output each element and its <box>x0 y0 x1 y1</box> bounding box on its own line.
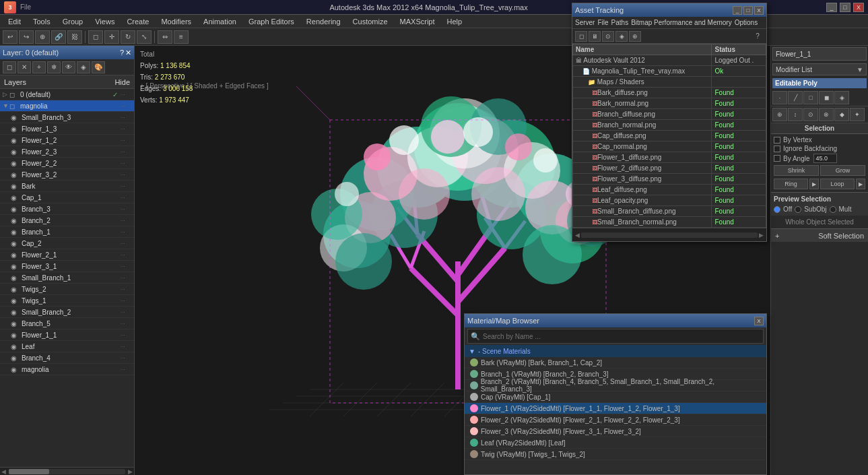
layer-item[interactable]: ◉ Cap_2 ··· <box>0 238 134 249</box>
asset-row[interactable]: 🖼Bark_diffuse.pngFound <box>573 88 766 98</box>
asset-tool-5[interactable]: ⊕ <box>629 31 641 42</box>
asset-row-vault[interactable]: 🏛 Autodesk Vault 2012 Logged Out . <box>573 55 766 66</box>
layer-item[interactable]: ◉ Branch_3 ··· <box>0 203 134 215</box>
layer-item[interactable]: ◉ Flower_3_1 ··· <box>0 261 134 272</box>
minimize-button[interactable]: _ <box>826 3 837 12</box>
close-button[interactable]: X <box>853 3 864 12</box>
menu-help[interactable]: Help <box>442 16 468 27</box>
prop-icon-4[interactable]: ⊗ <box>819 108 834 121</box>
layer-item[interactable]: ◉ Flower_2_2 ··· <box>0 158 134 169</box>
unlink-button[interactable]: ⛓ <box>67 30 82 44</box>
layer-item[interactable]: ◉ Flower_3_2 ··· <box>0 169 134 181</box>
asset-nav-arrow-right[interactable]: ▶ <box>759 232 764 239</box>
layer-item[interactable]: ◉ Leaf ··· <box>0 341 134 352</box>
layer-tool-select[interactable]: ◻ <box>3 61 16 73</box>
grow-button[interactable]: Grow <box>820 165 865 176</box>
layer-item[interactable]: ◉ Flower_2_1 ··· <box>0 249 134 261</box>
ignore-backfacing-checkbox[interactable] <box>774 146 780 152</box>
layer-item[interactable]: ◉ Small_Branch_1 ··· <box>0 272 134 284</box>
undo-button[interactable]: ↩ <box>3 30 18 44</box>
radio-off[interactable] <box>774 206 780 213</box>
layer-item[interactable]: ◉ Branch_5 ··· <box>0 318 134 329</box>
material-search-bar[interactable]: 🔍 <box>467 329 764 344</box>
material-item-branch2[interactable]: Branch_2 (VRayMtl) [Branch_4, Branch_5, … <box>465 380 766 391</box>
soft-selection-header[interactable]: + Soft Selection <box>771 228 868 242</box>
asset-row[interactable]: 🖼Flower_3_diffuse.pngFound <box>573 174 766 185</box>
layer-item[interactable]: ◉ Branch_2 ··· <box>0 215 134 226</box>
vertex-icon[interactable]: · <box>772 91 787 104</box>
prop-icon-3[interactable]: ⊙ <box>803 108 818 121</box>
asset-tool-1[interactable]: ◻ <box>575 31 587 42</box>
asset-row[interactable]: 🖼Cap_diffuse.pngFound <box>573 131 766 141</box>
asset-row[interactable]: 🖼Small_Branch_normal.pngFound <box>573 217 766 228</box>
menu-tools[interactable]: Tools <box>28 16 56 27</box>
material-item-twig[interactable]: Twig (VRayMtl) [Twigs_1, Twigs_2] <box>465 449 766 460</box>
material-item-flower1[interactable]: Flower_1 (VRay2SidedMtl) [Flower_1_1, Fl… <box>465 403 766 414</box>
layer-item-default[interactable]: ▷ ◻ 0 (default) ✓ ··· <box>0 89 134 100</box>
asset-menu-file[interactable]: File <box>597 19 608 26</box>
rotate-tool[interactable]: ↻ <box>121 30 135 44</box>
radio-mult[interactable] <box>830 206 836 213</box>
asset-row-maps[interactable]: 📁 Maps / Shaders <box>573 77 766 88</box>
material-item-bark[interactable]: Bark (VRayMtl) [Bark, Branch_1, Cap_2] <box>465 357 766 369</box>
material-item-flower3[interactable]: Flower_3 (VRay2SidedMtl) [Flower_3_1, Fl… <box>465 426 766 437</box>
menu-group[interactable]: Group <box>57 16 89 27</box>
link-button[interactable]: 🔗 <box>51 30 66 44</box>
layer-item[interactable]: ◉ Bark ··· <box>0 181 134 192</box>
layer-item[interactable]: ◉ Branch_4 ··· <box>0 352 134 364</box>
layer-list[interactable]: ▷ ◻ 0 (default) ✓ ··· ▼ ◻ magnolia ··· ◉… <box>0 89 134 467</box>
asset-row[interactable]: 🖼Flower_2_diffuse.pngFound <box>573 163 766 174</box>
by-angle-checkbox[interactable] <box>774 155 780 162</box>
layer-tool-color[interactable]: 🎨 <box>92 61 105 73</box>
modifier-list-dropdown[interactable]: Modifier List ▼ <box>772 63 867 75</box>
layer-help-btn[interactable]: ? <box>120 49 124 57</box>
element-icon[interactable]: ◈ <box>834 91 849 104</box>
asset-tool-4[interactable]: ◈ <box>615 31 628 42</box>
loop-arrow-btn[interactable]: ▶ <box>856 179 865 189</box>
asset-row[interactable]: 🖼Branch_diffuse.pngFound <box>573 109 766 120</box>
asset-maximize-btn[interactable]: □ <box>743 6 753 15</box>
layer-item[interactable]: ◉ Small_Branch_2 ··· <box>0 307 134 318</box>
menu-views[interactable]: Views <box>90 16 120 27</box>
menu-animation[interactable]: Animation <box>198 16 242 27</box>
by-vertex-checkbox[interactable] <box>774 137 780 144</box>
layer-item[interactable]: ◉ Branch_1 ··· <box>0 226 134 238</box>
scale-tool[interactable]: ⤡ <box>137 30 152 44</box>
select-button[interactable]: ⊕ <box>35 30 50 44</box>
object-name-field[interactable]: Flower_1_1 <box>772 47 867 61</box>
layer-tool-freeze[interactable]: ❄ <box>47 61 61 73</box>
menu-customize[interactable]: Customize <box>347 16 393 27</box>
select-tool[interactable]: ◻ <box>88 30 103 44</box>
layer-tool-add[interactable]: + <box>32 61 46 73</box>
layer-item[interactable]: ◉ Flower_2_3 ··· <box>0 146 134 158</box>
poly-icon[interactable]: ◼ <box>819 91 834 104</box>
layer-item[interactable]: ◉ Flower_1_3 ··· <box>0 123 134 135</box>
material-close-btn[interactable]: X <box>754 317 764 325</box>
material-search-input[interactable] <box>483 333 760 340</box>
asset-menu-paths[interactable]: Paths <box>611 19 629 26</box>
layer-item[interactable]: ◉ Twigs_2 ··· <box>0 284 134 295</box>
asset-row[interactable]: 🖼Small_Branch_diffuse.pngFound <box>573 206 766 217</box>
asset-row[interactable]: 🖼Bark_normal.pngFound <box>573 98 766 109</box>
asset-help-btn[interactable]: ? <box>752 31 764 42</box>
menu-modifiers[interactable]: Modifiers <box>156 16 197 27</box>
layer-item[interactable]: ◉ Small_Branch_3 ··· <box>0 112 134 123</box>
radio-subobj[interactable] <box>795 206 801 213</box>
layer-tool-delete[interactable]: ✕ <box>18 61 31 73</box>
asset-menu-bitmap[interactable]: Bitmap Performance and Memory <box>631 19 732 26</box>
layer-item[interactable]: ◉ Cap_1 ··· <box>0 192 134 203</box>
material-item-leaf[interactable]: Leaf (VRay2SidedMtl) [Leaf] <box>465 437 766 449</box>
layer-item[interactable]: ◉ Twigs_1 ··· <box>0 295 134 307</box>
menu-edit[interactable]: Edit <box>3 16 26 27</box>
maximize-button[interactable]: □ <box>840 3 850 12</box>
edge-icon[interactable]: ╱ <box>788 91 803 104</box>
asset-row[interactable]: 🖼Branch_normal.pngFound <box>573 120 766 131</box>
redo-button[interactable]: ↪ <box>19 30 34 44</box>
asset-tool-3[interactable]: ⊙ <box>602 31 614 42</box>
layer-close-btn[interactable]: ✕ <box>125 49 131 57</box>
scroll-left-arrow[interactable]: ◀ <box>0 468 7 475</box>
prop-icon-6[interactable]: ✦ <box>850 108 865 121</box>
layer-tool-render[interactable]: ◈ <box>77 61 90 73</box>
asset-nav-arrow-left[interactable]: ◀ <box>575 232 580 239</box>
material-list[interactable]: Bark (VRayMtl) [Bark, Branch_1, Cap_2] B… <box>465 357 766 472</box>
